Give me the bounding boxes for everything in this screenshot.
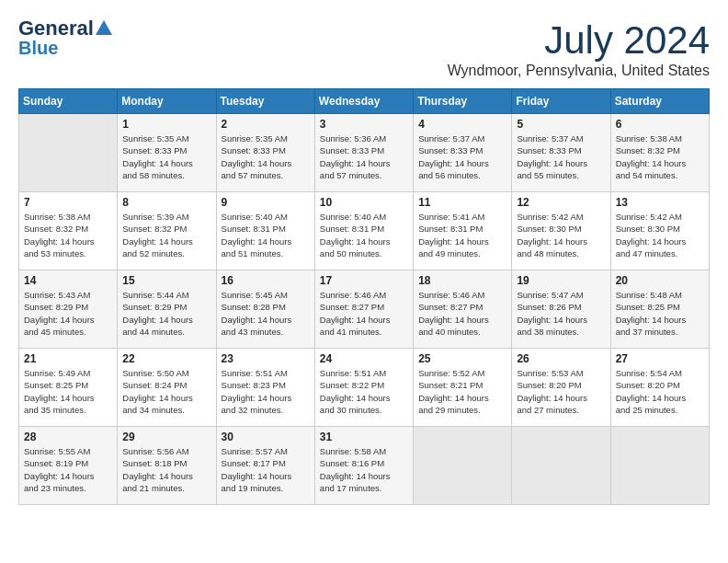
day-info: Sunrise: 5:37 AMSunset: 8:33 PMDaylight:… bbox=[418, 132, 506, 181]
day-number: 13 bbox=[616, 196, 704, 209]
day-info: Sunrise: 5:41 AMSunset: 8:31 PMDaylight:… bbox=[418, 211, 506, 259]
day-info: Sunrise: 5:50 AMSunset: 8:24 PMDaylight:… bbox=[122, 367, 210, 416]
calendar-cell: 19Sunrise: 5:47 AMSunset: 8:26 PMDayligh… bbox=[512, 270, 610, 349]
calendar-header-row: SundayMondayTuesdayWednesdayThursdayFrid… bbox=[19, 89, 710, 114]
calendar-cell: 30Sunrise: 5:57 AMSunset: 8:17 PMDayligh… bbox=[216, 427, 314, 505]
day-number: 6 bbox=[616, 118, 704, 131]
calendar-week-1: 1Sunrise: 5:35 AMSunset: 8:33 PMDaylight… bbox=[19, 114, 710, 192]
day-number: 15 bbox=[122, 274, 210, 287]
day-number: 28 bbox=[24, 431, 112, 443]
day-number: 12 bbox=[517, 196, 605, 209]
day-info: Sunrise: 5:38 AMSunset: 8:32 PMDaylight:… bbox=[616, 132, 704, 181]
day-number: 21 bbox=[24, 352, 112, 365]
calendar-cell bbox=[19, 114, 118, 192]
day-number: 31 bbox=[320, 431, 408, 443]
day-number: 29 bbox=[122, 431, 210, 443]
calendar-cell: 14Sunrise: 5:43 AMSunset: 8:29 PMDayligh… bbox=[19, 270, 118, 349]
calendar-cell: 9Sunrise: 5:40 AMSunset: 8:31 PMDaylight… bbox=[216, 192, 314, 270]
day-number: 18 bbox=[418, 274, 506, 287]
calendar-cell: 17Sunrise: 5:46 AMSunset: 8:27 PMDayligh… bbox=[314, 270, 413, 349]
calendar-cell: 20Sunrise: 5:48 AMSunset: 8:25 PMDayligh… bbox=[610, 270, 709, 349]
calendar-cell bbox=[512, 427, 610, 505]
day-number: 17 bbox=[320, 274, 408, 287]
day-number: 20 bbox=[616, 274, 704, 287]
header-monday: Monday bbox=[118, 89, 216, 114]
header-sunday: Sunday bbox=[19, 89, 118, 114]
calendar-cell: 10Sunrise: 5:40 AMSunset: 8:31 PMDayligh… bbox=[314, 192, 413, 270]
day-number: 4 bbox=[418, 118, 506, 131]
day-info: Sunrise: 5:37 AMSunset: 8:33 PMDaylight:… bbox=[517, 132, 605, 181]
day-info: Sunrise: 5:39 AMSunset: 8:32 PMDaylight:… bbox=[122, 211, 210, 259]
calendar-cell bbox=[414, 427, 512, 505]
calendar-week-4: 21Sunrise: 5:49 AMSunset: 8:25 PMDayligh… bbox=[19, 349, 710, 427]
calendar-cell: 26Sunrise: 5:53 AMSunset: 8:20 PMDayligh… bbox=[512, 349, 610, 427]
day-info: Sunrise: 5:57 AMSunset: 8:17 PMDaylight:… bbox=[222, 445, 310, 494]
day-number: 1 bbox=[122, 118, 210, 131]
calendar-cell: 21Sunrise: 5:49 AMSunset: 8:25 PMDayligh… bbox=[19, 349, 118, 427]
day-number: 2 bbox=[222, 118, 310, 131]
day-number: 3 bbox=[320, 118, 408, 131]
day-number: 8 bbox=[122, 196, 210, 209]
day-info: Sunrise: 5:52 AMSunset: 8:21 PMDaylight:… bbox=[418, 367, 506, 416]
day-info: Sunrise: 5:46 AMSunset: 8:27 PMDaylight:… bbox=[418, 289, 506, 338]
day-info: Sunrise: 5:51 AMSunset: 8:23 PMDaylight:… bbox=[222, 367, 310, 416]
day-number: 14 bbox=[24, 274, 112, 287]
calendar-cell: 11Sunrise: 5:41 AMSunset: 8:31 PMDayligh… bbox=[414, 192, 512, 270]
calendar-cell: 4Sunrise: 5:37 AMSunset: 8:33 PMDaylight… bbox=[414, 114, 512, 192]
day-info: Sunrise: 5:51 AMSunset: 8:22 PMDaylight:… bbox=[320, 367, 408, 416]
header-tuesday: Tuesday bbox=[216, 89, 314, 114]
calendar-cell: 13Sunrise: 5:42 AMSunset: 8:30 PMDayligh… bbox=[610, 192, 709, 270]
day-info: Sunrise: 5:49 AMSunset: 8:25 PMDaylight:… bbox=[24, 367, 112, 416]
day-info: Sunrise: 5:53 AMSunset: 8:20 PMDaylight:… bbox=[517, 367, 605, 416]
calendar-cell bbox=[610, 427, 709, 505]
day-info: Sunrise: 5:56 AMSunset: 8:18 PMDaylight:… bbox=[122, 445, 210, 494]
location-title: Wyndmoor, Pennsylvania, United States bbox=[448, 63, 710, 79]
logo: General Blue bbox=[18, 18, 112, 57]
calendar-week-2: 7Sunrise: 5:38 AMSunset: 8:32 PMDaylight… bbox=[19, 192, 710, 270]
day-info: Sunrise: 5:40 AMSunset: 8:31 PMDaylight:… bbox=[320, 211, 408, 259]
calendar-cell: 31Sunrise: 5:58 AMSunset: 8:16 PMDayligh… bbox=[314, 427, 413, 505]
day-number: 5 bbox=[517, 118, 605, 131]
day-info: Sunrise: 5:47 AMSunset: 8:26 PMDaylight:… bbox=[517, 289, 605, 338]
day-info: Sunrise: 5:42 AMSunset: 8:30 PMDaylight:… bbox=[616, 211, 704, 259]
day-info: Sunrise: 5:44 AMSunset: 8:29 PMDaylight:… bbox=[122, 289, 210, 338]
calendar-cell: 3Sunrise: 5:36 AMSunset: 8:33 PMDaylight… bbox=[314, 114, 413, 192]
day-number: 10 bbox=[320, 196, 408, 209]
svg-marker-0 bbox=[96, 20, 112, 35]
calendar-cell: 1Sunrise: 5:35 AMSunset: 8:33 PMDaylight… bbox=[118, 114, 216, 192]
day-number: 9 bbox=[222, 196, 310, 209]
calendar-cell: 6Sunrise: 5:38 AMSunset: 8:32 PMDaylight… bbox=[610, 114, 709, 192]
day-info: Sunrise: 5:35 AMSunset: 8:33 PMDaylight:… bbox=[122, 132, 210, 181]
day-info: Sunrise: 5:54 AMSunset: 8:20 PMDaylight:… bbox=[616, 367, 704, 416]
day-number: 22 bbox=[122, 352, 210, 365]
calendar-cell: 8Sunrise: 5:39 AMSunset: 8:32 PMDaylight… bbox=[118, 192, 216, 270]
day-number: 11 bbox=[418, 196, 506, 209]
day-number: 30 bbox=[222, 431, 310, 443]
day-info: Sunrise: 5:45 AMSunset: 8:28 PMDaylight:… bbox=[222, 289, 310, 338]
calendar-cell: 27Sunrise: 5:54 AMSunset: 8:20 PMDayligh… bbox=[610, 349, 709, 427]
calendar-cell: 22Sunrise: 5:50 AMSunset: 8:24 PMDayligh… bbox=[118, 349, 216, 427]
day-info: Sunrise: 5:36 AMSunset: 8:33 PMDaylight:… bbox=[320, 132, 408, 181]
calendar-cell: 5Sunrise: 5:37 AMSunset: 8:33 PMDaylight… bbox=[512, 114, 610, 192]
day-info: Sunrise: 5:40 AMSunset: 8:31 PMDaylight:… bbox=[222, 211, 310, 259]
day-number: 25 bbox=[418, 352, 506, 365]
day-info: Sunrise: 5:48 AMSunset: 8:25 PMDaylight:… bbox=[616, 289, 704, 338]
title-section: July 2024 Wyndmoor, Pennsylvania, United… bbox=[448, 18, 710, 79]
day-info: Sunrise: 5:46 AMSunset: 8:27 PMDaylight:… bbox=[320, 289, 408, 338]
calendar-cell: 23Sunrise: 5:51 AMSunset: 8:23 PMDayligh… bbox=[216, 349, 314, 427]
day-info: Sunrise: 5:58 AMSunset: 8:16 PMDaylight:… bbox=[320, 445, 408, 494]
calendar-week-3: 14Sunrise: 5:43 AMSunset: 8:29 PMDayligh… bbox=[19, 270, 710, 349]
day-info: Sunrise: 5:38 AMSunset: 8:32 PMDaylight:… bbox=[24, 211, 112, 259]
calendar-cell: 25Sunrise: 5:52 AMSunset: 8:21 PMDayligh… bbox=[414, 349, 512, 427]
header-friday: Friday bbox=[512, 89, 610, 114]
header-thursday: Thursday bbox=[414, 89, 512, 114]
day-number: 23 bbox=[222, 352, 310, 365]
header-wednesday: Wednesday bbox=[314, 89, 413, 114]
header-saturday: Saturday bbox=[610, 89, 709, 114]
day-number: 7 bbox=[24, 196, 112, 209]
logo-general: General bbox=[18, 18, 94, 39]
calendar-cell: 7Sunrise: 5:38 AMSunset: 8:32 PMDaylight… bbox=[19, 192, 118, 270]
day-number: 16 bbox=[222, 274, 310, 287]
calendar-cell: 18Sunrise: 5:46 AMSunset: 8:27 PMDayligh… bbox=[414, 270, 512, 349]
calendar-table: SundayMondayTuesdayWednesdayThursdayFrid… bbox=[18, 88, 710, 505]
